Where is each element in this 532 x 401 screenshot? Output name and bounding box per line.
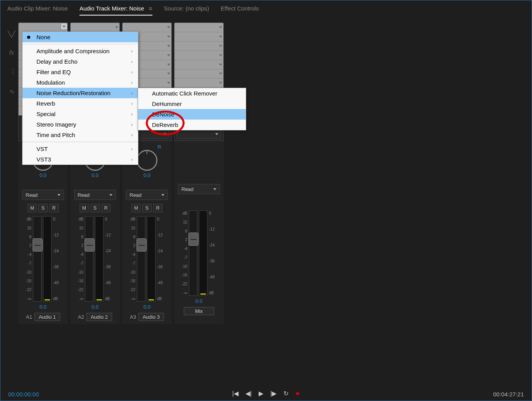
fx-slot[interactable] [123, 23, 171, 32]
effects-context-menu[interactable]: None Amplitude and Compression› Delay an… [22, 31, 138, 165]
chevron-down-icon [167, 82, 170, 84]
loop-button[interactable]: ↻ [283, 390, 288, 397]
tab-audio-track-mixer[interactable]: Audio Track Mixer: Noise ≡ [79, 3, 152, 16]
go-to-start-button[interactable]: |◀ [232, 390, 238, 397]
chevron-right-icon: › [131, 101, 133, 106]
panel-menu-icon[interactable]: ≡ [149, 5, 152, 12]
volume-fader-mix[interactable] [189, 210, 197, 296]
track-name-input[interactable]: Mix [184, 307, 214, 315]
chevron-right-icon: › [131, 59, 133, 64]
pan-value: 0.0 [40, 172, 47, 178]
automation-mode-a3[interactable]: Read [126, 190, 168, 200]
mute-button[interactable]: M [79, 204, 89, 212]
wave-icon[interactable]: ∿ [9, 88, 14, 95]
volume-fader-a1[interactable] [33, 216, 41, 302]
menu-item-noise-reduction[interactable]: Noise Reduction/Restoration› [22, 88, 138, 98]
volume-fader-a2[interactable] [85, 216, 93, 302]
chevron-down-icon [167, 26, 170, 28]
chevron-down-icon [167, 73, 170, 75]
fader-handle-icon[interactable] [136, 238, 147, 252]
menu-item-special[interactable]: Special› [22, 109, 138, 119]
solo-button[interactable]: S [142, 204, 152, 212]
chevron-right-icon: › [131, 157, 133, 162]
menu-item-none[interactable]: None [22, 32, 138, 42]
chevron-down-icon [219, 36, 222, 38]
menu-item-time-pitch[interactable]: Time and Pitch› [22, 130, 138, 140]
solo-button[interactable]: S [38, 204, 48, 212]
volume-fader-a3[interactable] [137, 216, 145, 302]
solo-button[interactable]: S [90, 204, 100, 212]
fx-slot[interactable] [174, 69, 223, 79]
track-id-label: A1 [26, 314, 32, 320]
menu-item-stereo[interactable]: Stereo Imagery› [22, 119, 138, 130]
noise-reduction-submenu[interactable]: Automatic Click Remover DeHummer DeNoise… [138, 88, 246, 130]
chevron-down-icon [219, 54, 222, 56]
track-id-label: A2 [78, 314, 84, 320]
routing-icon[interactable]: ╲╱ [8, 30, 16, 38]
fx-slot[interactable] [174, 23, 223, 32]
fx-dropdown-trigger-a1[interactable] [60, 23, 67, 30]
fx-slot[interactable] [174, 32, 223, 42]
menu-item-vst3[interactable]: VST3› [22, 154, 138, 165]
meter-scale: 0-12-24-36-48dB [157, 216, 168, 302]
level-meter-mix [199, 210, 207, 296]
record-arm-button[interactable]: R [101, 204, 111, 212]
volume-value-a1: 0.0 [40, 304, 47, 310]
chevron-down-icon [167, 36, 170, 38]
fader-handle-icon[interactable] [188, 233, 199, 246]
chevron-down-icon [167, 54, 170, 56]
submenu-item-dehummer[interactable]: DeHummer [138, 99, 246, 109]
timecode-current[interactable]: 00:00:00:00 [8, 391, 39, 398]
fx-slot[interactable] [174, 78, 223, 88]
chevron-down-icon [219, 82, 222, 84]
chevron-down-icon [161, 194, 164, 196]
tab-source[interactable]: Source: (no clips) [164, 3, 209, 16]
track-name-input[interactable]: Audio 1 [35, 313, 60, 321]
automation-mode-a2[interactable]: Read [74, 190, 116, 200]
chevron-right-icon: › [131, 122, 133, 127]
fader-scale: dB1582-4-7-10-16-22-∞ [126, 216, 135, 302]
fx-slot[interactable] [174, 42, 223, 51]
fader-handle-icon[interactable] [33, 238, 43, 252]
fx-slot[interactable] [71, 23, 119, 32]
track-name-input[interactable]: Audio 2 [86, 313, 112, 321]
tab-audio-clip-mixer[interactable]: Audio Clip Mixer: Noise [7, 3, 68, 16]
left-tool-icons: ╲╱ fx 〔 ∿ [7, 23, 16, 324]
knob-icon[interactable] [136, 150, 157, 171]
level-meter-a2 [95, 216, 104, 302]
record-arm-button[interactable]: R [49, 204, 59, 212]
fx-slot[interactable] [174, 51, 223, 60]
fader-scale: dB1582-4-7-10-16-22-∞ [178, 210, 187, 296]
submenu-item-auto-click[interactable]: Automatic Click Remover [138, 88, 246, 99]
record-button[interactable]: ● [295, 389, 300, 398]
fx-icon[interactable]: fx [9, 49, 14, 56]
menu-item-modulation[interactable]: Modulation› [22, 77, 138, 88]
bracket-icon[interactable]: 〔 [9, 68, 15, 76]
chevron-down-icon [167, 45, 170, 47]
tab-effect-controls[interactable]: Effect Controls [221, 3, 259, 16]
menu-item-amplitude[interactable]: Amplitude and Compression› [22, 46, 138, 56]
chevron-down-icon [213, 188, 216, 190]
fader-handle-icon[interactable] [85, 238, 95, 252]
track-name-input[interactable]: Audio 3 [138, 313, 164, 321]
submenu-item-dereverb[interactable]: DeReverb [138, 120, 246, 130]
chevron-down-icon [115, 26, 118, 28]
menu-item-filter[interactable]: Filter and EQ› [22, 67, 138, 77]
menu-item-reverb[interactable]: Reverb› [22, 98, 138, 109]
chevron-down-icon [62, 26, 66, 28]
step-back-button[interactable]: ◀| [245, 390, 252, 397]
step-forward-button[interactable]: |▶ [270, 390, 276, 397]
play-button[interactable]: ▶ [259, 390, 263, 397]
menu-item-delay[interactable]: Delay and Echo› [22, 56, 138, 67]
fx-slot[interactable] [174, 60, 223, 69]
mute-button[interactable]: M [131, 204, 141, 212]
submenu-item-denoise[interactable]: DeNoise [138, 109, 246, 120]
record-arm-button[interactable]: R [153, 204, 162, 212]
track-name-row-a1: A1 Audio 1 [26, 313, 60, 324]
menu-item-vst[interactable]: VST› [22, 144, 138, 154]
automation-mode-a1[interactable]: Read [22, 190, 64, 200]
mute-button[interactable]: M [28, 204, 37, 212]
timecode-duration: 00:04:27:21 [493, 391, 524, 398]
chevron-down-icon [219, 45, 222, 47]
automation-mode-mix[interactable]: Read [178, 184, 220, 194]
